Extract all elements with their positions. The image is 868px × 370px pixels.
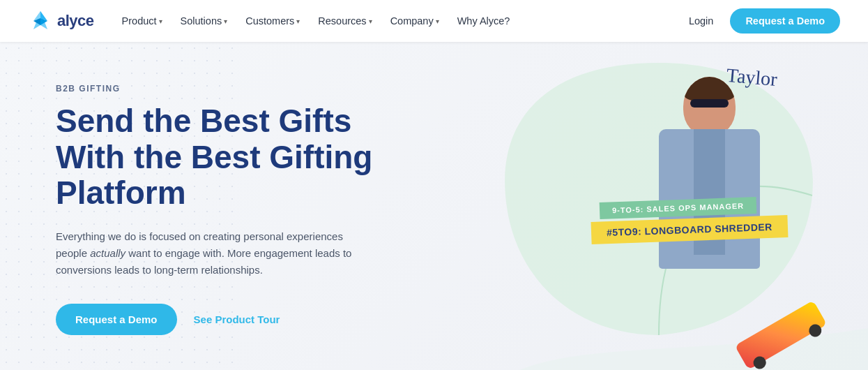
cta-row: Request a Demo See Product Tour xyxy=(56,304,372,335)
chevron-down-icon: ▾ xyxy=(159,17,162,25)
hero-content: B2B GIFTING Send the Best Gifts With the… xyxy=(0,42,372,370)
nav-links: Product ▾ Solutions ▾ Customers ▾ Resour… xyxy=(115,11,683,31)
b2b-label: B2B GIFTING xyxy=(56,84,372,94)
nav-customers[interactable]: Customers ▾ xyxy=(238,11,307,31)
taylor-name-label: Taylor xyxy=(726,64,778,91)
chevron-down-icon: ▾ xyxy=(296,17,300,25)
navbar: alyce Product ▾ Solutions ▾ Customers ▾ … xyxy=(0,0,868,42)
hero-visual: Taylor 9-to-5: Sales Ops Manager #5to9: … xyxy=(372,42,868,370)
hero-description: Everything we do is focused on creating … xyxy=(56,228,356,279)
nav-solutions[interactable]: Solutions ▾ xyxy=(174,11,235,31)
chevron-down-icon: ▾ xyxy=(436,17,439,25)
logo-text: alyce xyxy=(57,12,94,30)
hero-title: Send the Best Gifts With the Best Giftin… xyxy=(56,103,372,212)
nav-product[interactable]: Product ▾ xyxy=(115,11,169,31)
request-demo-nav-button[interactable]: Request a Demo xyxy=(730,8,840,34)
login-button[interactable]: Login xyxy=(683,11,719,31)
chevron-down-icon: ▾ xyxy=(369,17,372,25)
alyce-logo-icon xyxy=(28,10,53,32)
nav-resources[interactable]: Resources ▾ xyxy=(311,11,379,31)
product-tour-link[interactable]: See Product Tour xyxy=(194,313,280,325)
logo[interactable]: alyce xyxy=(28,10,94,32)
nav-right: Login Request a Demo xyxy=(683,8,840,34)
nav-why-alyce[interactable]: Why Alyce? xyxy=(450,11,517,31)
request-demo-hero-button[interactable]: Request a Demo xyxy=(56,304,177,335)
chevron-down-icon: ▾ xyxy=(224,17,227,25)
hero-section: B2B GIFTING Send the Best Gifts With the… xyxy=(0,42,868,370)
nav-company[interactable]: Company ▾ xyxy=(383,11,446,31)
